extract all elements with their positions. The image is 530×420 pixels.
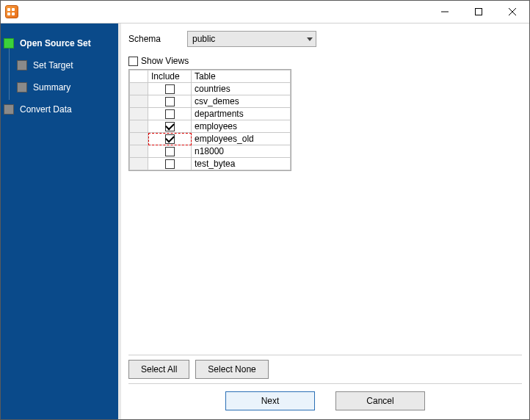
table-row[interactable]: n18000 [130,145,291,158]
include-checkbox[interactable] [165,84,175,94]
step-status-box [4,38,14,48]
schema-row: Schema public [128,31,522,47]
table-row[interactable]: employees_old [130,133,291,145]
row-header[interactable] [130,120,148,133]
titlebar-left [1,5,18,18]
close-icon [509,8,516,15]
wizard-step-summary[interactable]: Summary [1,78,118,97]
row-header[interactable] [130,158,148,170]
content-body: Open Source SetSet TargetSummaryConvert … [1,23,529,419]
row-header[interactable] [130,108,148,120]
include-checkbox[interactable] [165,97,175,106]
schema-selected-value: public [192,34,215,44]
wizard-nav-buttons: Next Cancel [128,383,522,410]
minimize-button[interactable] [428,1,462,23]
grid-corner [130,70,148,83]
table-name-cell: employees_old [192,133,291,145]
titlebar [1,1,529,23]
table-row[interactable]: departments [130,108,291,120]
step-label: Open Source Set [20,38,91,48]
table-row[interactable]: test_bytea [130,158,291,170]
wizard-step-open-source-set[interactable]: Open Source Set [1,34,118,53]
show-views-checkbox[interactable]: Show Views [128,56,522,66]
include-cell[interactable] [148,83,192,95]
tables-grid: Include Table countriescsv_demesdepartme… [128,69,291,171]
table-row[interactable]: csv_demes [130,95,291,108]
table-name-cell: n18000 [192,145,291,158]
select-all-button[interactable]: Select All [128,360,189,379]
row-header[interactable] [130,95,148,108]
svg-rect-1 [476,9,482,15]
maximize-icon [475,8,482,15]
wizard-step-set-target[interactable]: Set Target [1,56,118,75]
wizard-steps-sidebar: Open Source SetSet TargetSummaryConvert … [1,23,118,419]
spacer [128,171,522,355]
include-checkbox[interactable] [165,147,175,156]
include-checkbox[interactable] [165,109,175,119]
step-status-box [17,82,27,93]
include-cell[interactable] [148,108,192,120]
header-include[interactable]: Include [148,70,192,83]
table-row[interactable]: employees [130,120,291,133]
table-row[interactable]: countries [130,83,291,95]
table-name-cell: csv_demes [192,95,291,108]
app-icon [5,5,18,18]
row-header[interactable] [130,145,148,158]
schema-select[interactable]: public [187,31,316,47]
include-cell[interactable] [148,133,192,145]
show-views-label: Show Views [141,56,189,66]
minimize-icon [441,8,449,15]
include-cell[interactable] [148,145,192,158]
window-controls [428,1,529,23]
step-label: Convert Data [20,104,72,115]
table-name-cell: departments [192,108,291,120]
next-button[interactable]: Next [225,391,315,410]
step-status-box [4,104,14,115]
row-header[interactable] [130,83,148,95]
main-panel: Schema public Show Views Include Table [118,23,529,419]
include-cell[interactable] [148,95,192,108]
table-name-cell: test_bytea [192,158,291,170]
wizard-step-convert-data[interactable]: Convert Data [1,100,118,119]
step-label: Summary [33,82,70,93]
chevron-down-icon [307,37,313,41]
table-name-cell: employees [192,120,291,133]
include-checkbox[interactable] [165,134,175,144]
maximize-button[interactable] [462,1,495,23]
show-views-box [128,57,138,66]
table-name-cell: countries [192,83,291,95]
wizard-window: Open Source SetSet TargetSummaryConvert … [0,0,530,420]
schema-label: Schema [128,34,187,44]
cancel-button[interactable]: Cancel [335,391,425,410]
include-checkbox[interactable] [165,159,175,169]
close-button[interactable] [495,1,529,23]
row-header[interactable] [130,133,148,145]
grid-header-row: Include Table [130,70,291,83]
include-checkbox[interactable] [165,122,175,131]
step-label: Set Target [33,60,73,70]
include-cell[interactable] [148,120,192,133]
header-table[interactable]: Table [192,70,291,83]
include-cell[interactable] [148,158,192,170]
step-status-box [17,60,27,70]
selection-buttons: Select All Select None [128,355,522,383]
select-none-button[interactable]: Select None [195,360,268,379]
